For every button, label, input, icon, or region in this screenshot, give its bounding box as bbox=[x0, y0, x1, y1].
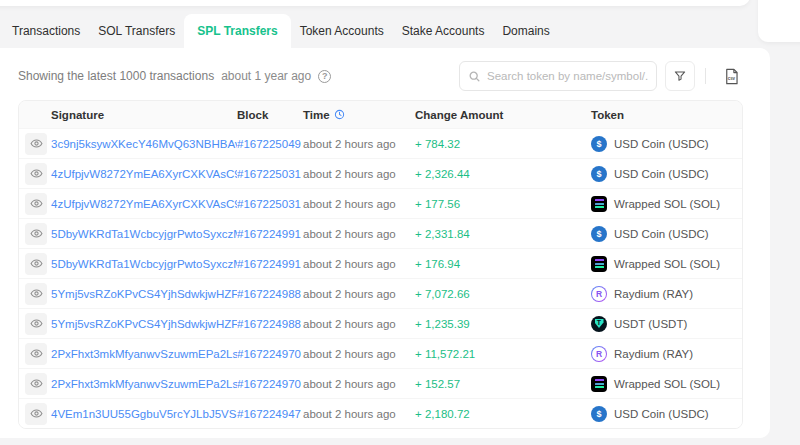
table-row: 5DbyWKRdTa1WcbcyjgrPwtoSyxczMH...#167224… bbox=[19, 218, 742, 248]
block-link[interactable]: #167224988 bbox=[237, 318, 303, 330]
column-header-label: Change Amount bbox=[415, 109, 503, 121]
preview-eye-button[interactable] bbox=[25, 193, 47, 215]
usdc-token-icon: $ bbox=[591, 406, 607, 422]
column-header-label: Time bbox=[303, 109, 330, 121]
export-csv-button[interactable]: csv bbox=[716, 61, 746, 91]
eye-cell bbox=[25, 253, 51, 275]
raydium-token-icon: R bbox=[591, 286, 607, 302]
signature-link[interactable]: 3c9nj5ksywXKecY46MvQ63NBHBAvfE... bbox=[51, 138, 237, 150]
column-header-time: Time bbox=[303, 109, 415, 121]
block-link[interactable]: #167224991 bbox=[237, 228, 303, 240]
token-cell[interactable]: RRaydium (RAY) bbox=[591, 286, 742, 302]
token-cell[interactable]: Wrapped SOL (SOL) bbox=[591, 256, 742, 272]
table-row: 2PxFhxt3mkMfyanwvSzuwmEPa2Lso7...#167224… bbox=[19, 368, 742, 398]
block-link[interactable]: #167225049 bbox=[237, 138, 303, 150]
usdc-token-icon: $ bbox=[591, 136, 607, 152]
help-icon[interactable]: ? bbox=[318, 70, 331, 83]
block-link[interactable]: #167224991 bbox=[237, 258, 303, 270]
table-row: 3c9nj5ksywXKecY46MvQ63NBHBAvfE...#167225… bbox=[19, 128, 742, 158]
wrapped-sol-token-icon bbox=[591, 256, 607, 272]
token-name: USD Coin (USDC) bbox=[614, 408, 709, 420]
block-link[interactable]: #167224970 bbox=[237, 378, 303, 390]
tab-domains[interactable]: Domains bbox=[493, 14, 558, 48]
token-cell[interactable]: $USD Coin (USDC) bbox=[591, 136, 742, 152]
preview-eye-button[interactable] bbox=[25, 343, 47, 365]
preview-eye-button[interactable] bbox=[25, 283, 47, 305]
filter-button[interactable] bbox=[665, 61, 695, 91]
eye-icon bbox=[30, 167, 43, 180]
time-cell: about 2 hours ago bbox=[303, 348, 415, 360]
tab-sol-transfers[interactable]: SOL Transfers bbox=[89, 14, 184, 48]
export-csv-icon: csv bbox=[722, 67, 741, 86]
signature-link[interactable]: 2PxFhxt3mkMfyanwvSzuwmEPa2Lso7... bbox=[51, 348, 237, 360]
token-name: USD Coin (USDC) bbox=[614, 138, 709, 150]
eye-icon bbox=[30, 287, 43, 300]
table-row: 4zUfpjvW8272YmEA6XyrCXKVAsC9Tp...#167225… bbox=[19, 158, 742, 188]
token-name: Wrapped SOL (SOL) bbox=[614, 378, 720, 390]
block-link[interactable]: #167224947 bbox=[237, 408, 303, 420]
table-row: 2PxFhxt3mkMfyanwvSzuwmEPa2Lso7...#167224… bbox=[19, 338, 742, 368]
signature-link[interactable]: 5DbyWKRdTa1WcbcyjgrPwtoSyxczMH... bbox=[51, 228, 237, 240]
change-amount: + 2,180.72 bbox=[415, 408, 591, 420]
preview-eye-button[interactable] bbox=[25, 403, 47, 425]
tab-bar: TransactionsSOL TransfersSPL TransfersTo… bbox=[3, 14, 559, 48]
usdt-token-icon: T bbox=[591, 316, 607, 332]
signature-link[interactable]: 2PxFhxt3mkMfyanwvSzuwmEPa2Lso7... bbox=[51, 378, 237, 390]
eye-cell bbox=[25, 403, 51, 425]
table-row: 4VEm1n3UU55GgbuV5rcYJLbJ5VScZd...#167224… bbox=[19, 398, 742, 428]
change-amount: + 1,235.39 bbox=[415, 318, 591, 330]
token-cell[interactable]: TUSDT (USDT) bbox=[591, 316, 742, 332]
signature-link[interactable]: 4zUfpjvW8272YmEA6XyrCXKVAsC9Tp... bbox=[51, 168, 237, 180]
block-link[interactable]: #167225031 bbox=[237, 168, 303, 180]
preview-eye-button[interactable] bbox=[25, 223, 47, 245]
column-header-label: Token bbox=[591, 109, 624, 121]
preview-eye-button[interactable] bbox=[25, 133, 47, 155]
eye-icon bbox=[30, 377, 43, 390]
time-cell: about 2 hours ago bbox=[303, 138, 415, 150]
signature-link[interactable]: 4VEm1n3UU55GgbuV5rcYJLbJ5VScZd... bbox=[51, 408, 237, 420]
tab-spl-transfers[interactable]: SPL Transfers bbox=[184, 14, 290, 48]
clock-icon[interactable] bbox=[334, 109, 345, 120]
tab-transactions[interactable]: Transactions bbox=[3, 14, 89, 48]
signature-link[interactable]: 4zUfpjvW8272YmEA6XyrCXKVAsC9Tp... bbox=[51, 198, 237, 210]
tab-token-accounts[interactable]: Token Accounts bbox=[291, 14, 393, 48]
wrapped-sol-token-icon bbox=[591, 376, 607, 392]
time-cell: about 2 hours ago bbox=[303, 378, 415, 390]
token-cell[interactable]: $USD Coin (USDC) bbox=[591, 226, 742, 242]
block-link[interactable]: #167224988 bbox=[237, 288, 303, 300]
change-amount: + 11,572.21 bbox=[415, 348, 591, 360]
table-body: 3c9nj5ksywXKecY46MvQ63NBHBAvfE...#167225… bbox=[19, 128, 742, 428]
preview-eye-button[interactable] bbox=[25, 373, 47, 395]
column-header-block: Block bbox=[237, 109, 303, 121]
token-cell[interactable]: Wrapped SOL (SOL) bbox=[591, 376, 742, 392]
token-name: USD Coin (USDC) bbox=[614, 228, 709, 240]
signature-link[interactable]: 5Ymj5vsRZoKPvCS4YjhSdwkjwHZFfBT... bbox=[51, 288, 237, 300]
tab-stake-accounts[interactable]: Stake Accounts bbox=[393, 14, 494, 48]
signature-link[interactable]: 5Ymj5vsRZoKPvCS4YjhSdwkjwHZFfBT... bbox=[51, 318, 237, 330]
table-header-row: SignatureBlockTimeChange AmountToken bbox=[19, 101, 742, 128]
token-cell[interactable]: $USD Coin (USDC) bbox=[591, 406, 742, 422]
token-cell[interactable]: $USD Coin (USDC) bbox=[591, 166, 742, 182]
eye-icon bbox=[30, 317, 43, 330]
change-amount: + 7,072.66 bbox=[415, 288, 591, 300]
eye-cell bbox=[25, 133, 51, 155]
token-cell[interactable]: RRaydium (RAY) bbox=[591, 346, 742, 362]
column-header-token: Token bbox=[591, 109, 742, 121]
block-link[interactable]: #167224970 bbox=[237, 348, 303, 360]
search-input[interactable] bbox=[487, 70, 648, 82]
preview-eye-button[interactable] bbox=[25, 313, 47, 335]
eye-icon bbox=[30, 227, 43, 240]
token-name: Wrapped SOL (SOL) bbox=[614, 198, 720, 210]
block-link[interactable]: #167225031 bbox=[237, 198, 303, 210]
time-cell: about 2 hours ago bbox=[303, 258, 415, 270]
signature-link[interactable]: 5DbyWKRdTa1WcbcyjgrPwtoSyxczMH... bbox=[51, 258, 237, 270]
eye-icon bbox=[30, 197, 43, 210]
token-cell[interactable]: Wrapped SOL (SOL) bbox=[591, 196, 742, 212]
change-amount: + 2,326.44 bbox=[415, 168, 591, 180]
table-row: 4zUfpjvW8272YmEA6XyrCXKVAsC9Tp...#167225… bbox=[19, 188, 742, 218]
eye-cell bbox=[25, 223, 51, 245]
preview-eye-button[interactable] bbox=[25, 163, 47, 185]
preview-eye-button[interactable] bbox=[25, 253, 47, 275]
svg-text:csv: csv bbox=[727, 76, 735, 81]
eye-cell bbox=[25, 163, 51, 185]
